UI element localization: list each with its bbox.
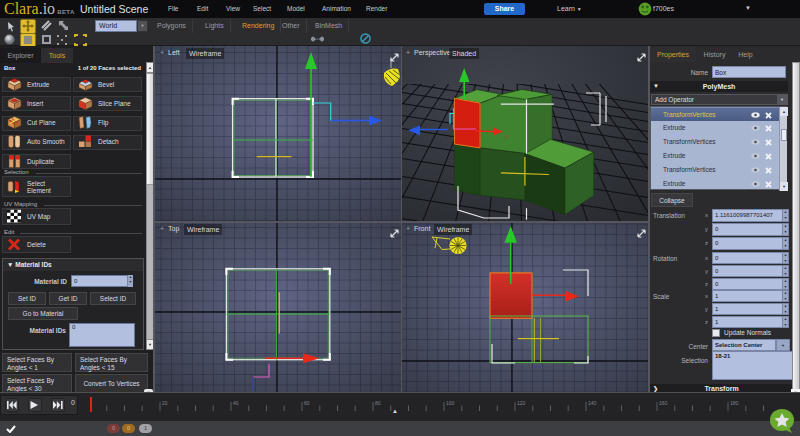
svg-text:x: x bbox=[505, 133, 508, 139]
